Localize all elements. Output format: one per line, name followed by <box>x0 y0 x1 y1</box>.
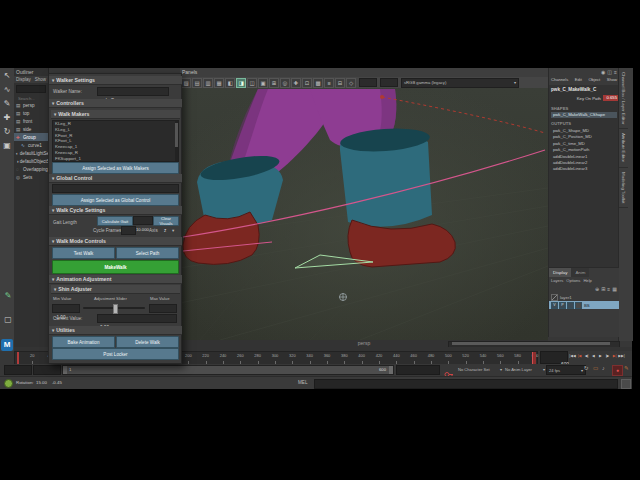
outliner-search[interactable] <box>16 85 46 93</box>
range-start-handle[interactable] <box>63 366 67 374</box>
viewport-toolbar-icon[interactable]: ≡ <box>324 78 334 88</box>
sound-icon[interactable]: ♪ <box>602 365 605 371</box>
viewport-toolbar-icon[interactable]: ▧ <box>181 78 191 88</box>
exposure-field[interactable] <box>359 78 377 87</box>
colorspace-dropdown[interactable]: sRGB gamma (legacy) ▾ <box>401 78 519 88</box>
min-value-field[interactable] <box>52 304 80 313</box>
viewport-toolbar-icon[interactable]: ◧ <box>225 78 235 88</box>
transport-button[interactable]: ▶ <box>597 352 604 361</box>
layer-displaytype-toggle[interactable] <box>567 302 574 309</box>
layer-row[interactable]: layer1 <box>549 293 619 301</box>
viewport-toolbar-icon[interactable]: ◫ <box>247 78 257 88</box>
slider-handle[interactable] <box>113 304 118 314</box>
shin-adjuster-header[interactable]: ▾Shin Adjuster <box>51 285 180 294</box>
viewport-menu-item[interactable]: Panels <box>182 68 197 77</box>
tool-icon[interactable]: ↻ <box>1 126 13 138</box>
layer-color-swatch[interactable] <box>551 294 558 301</box>
animation-start-field[interactable] <box>4 365 32 375</box>
playback-end-field[interactable] <box>396 365 440 375</box>
shape-node-name[interactable]: pwk_C_MakeWalk_CShape <box>551 112 617 118</box>
outliner-item[interactable]: ▤ top <box>14 109 48 117</box>
viewport-toolbar-icon[interactable]: ▦ <box>214 78 224 88</box>
assign-walk-makers-button[interactable]: Assign Selected as Walk Makers <box>52 162 179 174</box>
global-control-field[interactable] <box>52 184 179 193</box>
test-walk-button[interactable]: Test Walk <box>52 247 115 259</box>
channelbox-menu-item[interactable]: Show <box>607 77 617 82</box>
animation-prefs-icon[interactable]: ✎ <box>624 365 629 371</box>
range-end-handle[interactable] <box>389 366 393 374</box>
layer-editor-tab[interactable]: Display <box>549 268 571 277</box>
viewport-toolbar-icon[interactable]: ◇ <box>346 78 356 88</box>
range-slider-thumb[interactable] <box>65 366 389 374</box>
show-hide-ui-icon[interactable] <box>621 379 631 389</box>
walk-makers-header[interactable]: ▾Walk Makers <box>51 110 180 119</box>
side-panel-tab[interactable]: Channel Box / Layer Editor <box>619 68 628 129</box>
gait-length-field[interactable] <box>133 216 153 225</box>
outliner-item[interactable]: ◑ defaultObjectSet <box>14 157 48 165</box>
layer-editor-menu-item[interactable]: Help <box>583 278 591 284</box>
outliner-item[interactable]: ▤ front <box>14 117 48 125</box>
new-layer-icon[interactable]: ▦ <box>612 286 617 292</box>
mel-label[interactable]: MEL <box>298 380 307 385</box>
outliner-item[interactable]: ✚ Group <box>14 133 48 141</box>
viewport-toolbar-icon[interactable]: ▥ <box>203 78 213 88</box>
viewport-toolbar-icon[interactable]: ▣ <box>258 78 268 88</box>
max-value-field[interactable] <box>149 304 177 313</box>
tool-icon[interactable]: ✚ <box>1 112 13 124</box>
cycle-frames-field[interactable] <box>121 226 136 235</box>
outliner-item[interactable]: ◌ Overlapping <box>14 165 48 173</box>
current-value-field[interactable] <box>97 314 177 323</box>
layer-playback-toggle[interactable]: P <box>559 302 566 309</box>
viewport-toolbar-icon[interactable]: ▩ <box>313 78 323 88</box>
transport-button[interactable]: |▶ <box>604 352 611 361</box>
outliner-item[interactable]: ▤ persp <box>14 101 48 109</box>
display-toggle-icon[interactable]: ◉ <box>601 69 605 75</box>
make-walk-button[interactable]: MakeWalk <box>52 260 179 274</box>
transport-button[interactable]: |◀◀ <box>569 352 576 361</box>
channelbox-menu-item[interactable]: Channels <box>551 77 568 82</box>
auto-key-toggle[interactable]: ● <box>612 365 623 376</box>
bake-animation-button[interactable]: Bake Animation <box>52 336 115 348</box>
layout-box-icon[interactable]: ▢ <box>2 314 14 326</box>
path-point[interactable] <box>380 95 384 99</box>
viewport-toolbar-icon[interactable]: ⊟ <box>335 78 345 88</box>
walker-name-field[interactable] <box>97 87 169 96</box>
layer-editor-menu-item[interactable]: Options <box>566 278 580 284</box>
utilities-header[interactable]: ▾Utilities <box>49 326 182 335</box>
outliner-search-input[interactable] <box>17 96 47 102</box>
outliner-item[interactable]: ◐ defaultLightSet <box>14 149 48 157</box>
new-layer-icon[interactable]: ≡ <box>607 286 610 292</box>
channelbox-menu-item[interactable]: Object <box>588 77 600 82</box>
outliner-item[interactable]: ∿ curve1 <box>14 141 48 149</box>
select-path-button[interactable]: Select Path <box>116 247 179 259</box>
viewport-toolbar-icon[interactable]: ⊡ <box>302 78 312 88</box>
delete-walk-button[interactable]: Delete Walk <box>116 336 179 348</box>
layer-color-swatch[interactable] <box>575 302 582 309</box>
bookmark-icon[interactable]: ▭ <box>593 365 598 371</box>
gamma-field[interactable] <box>380 78 398 87</box>
transport-button[interactable]: ◀| <box>583 352 590 361</box>
pen-tool-icon[interactable]: ✎ <box>2 290 14 302</box>
walk-cycle-settings-header[interactable]: ▾Walk Cycle Settings <box>49 206 182 215</box>
viewport-toolbar-icon[interactable]: ◎ <box>280 78 290 88</box>
outliner-menu-item[interactable]: Show <box>35 77 46 82</box>
axis-dropdown-icon[interactable]: ▾ <box>172 228 174 233</box>
current-time-marker[interactable] <box>532 352 536 364</box>
post-locker-button[interactable]: Post Locker <box>52 348 179 360</box>
global-control-header[interactable]: ▾Global Control <box>49 174 182 183</box>
range-slider-bar[interactable]: 1 600 <box>62 365 394 375</box>
transport-button[interactable]: ▶| <box>611 352 618 361</box>
walk-mode-controls-header[interactable]: ▾Walk Mode Controls <box>49 237 182 246</box>
transport-button[interactable]: |◀ <box>576 352 583 361</box>
outliner-item[interactable]: ▤ side <box>14 125 48 133</box>
current-frame-field[interactable] <box>540 351 568 364</box>
assign-global-control-button[interactable]: Assign Selected as Global Control <box>52 194 179 206</box>
controllers-header[interactable]: ▾Controllers <box>49 99 182 108</box>
viewport-toolbar-icon[interactable]: ◨ <box>236 78 246 88</box>
viewport-toolbar-icon[interactable]: ✚ <box>291 78 301 88</box>
viewport-toolbar-icon[interactable]: ▤ <box>192 78 202 88</box>
transport-button[interactable]: ▶▶| <box>618 352 625 361</box>
playback-loop-icon[interactable]: ↻ <box>584 365 589 371</box>
outliner-menu-item[interactable]: Display <box>16 77 31 82</box>
side-panel-tab[interactable]: Modeling Toolkit <box>619 168 628 208</box>
